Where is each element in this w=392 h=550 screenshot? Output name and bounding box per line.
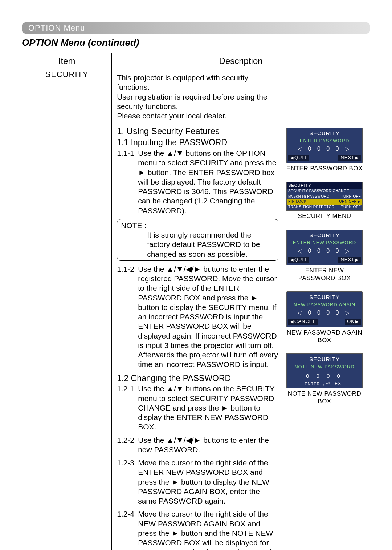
osd-note-new-password-caption: NOTE NEW PASSWORD BOX — [286, 390, 363, 405]
osd-new-password-again-caption: NEW PASSWORD AGAIN BOX — [286, 329, 363, 344]
step-1-2-2-no: 1.2-2 — [117, 436, 134, 445]
osd-enter-new-password-caption: ENTER NEW PASSWORD BOX — [286, 267, 363, 282]
osd-security-menu-caption: SECURITY MENU — [286, 212, 363, 220]
osd-new-password-again: SECURITY NEW PASSWORD AGAIN ◁ 0 0 0 0 ▷ … — [286, 291, 363, 344]
step-1-1-1: 1.1-1 Use the ▲/▼ buttons on the OPTION … — [117, 149, 278, 215]
osd-new-password-again-sub: NEW PASSWORD AGAIN — [288, 302, 361, 309]
osd-note-new-password: SECURITY NOTE NEW PASSWORD 0 0 0 0 ENTER… — [286, 353, 363, 405]
step-1-1-1-body: Use the ▲/▼ buttons on the OPTION menu t… — [117, 149, 278, 215]
step-1-1-1-no: 1.1-1 — [117, 149, 134, 158]
osd-enter-new-password-digits: ◁ 0 0 0 0 ▷ — [288, 247, 361, 255]
osd-enter-password-next: NEXT — [338, 155, 361, 161]
section-1-2-heading: 1.2 Changing the PASSWORD — [117, 373, 278, 384]
osd-enter-new-password: SECURITY ENTER NEW PASSWORD ◁ 0 0 0 0 ▷ … — [286, 230, 363, 282]
step-1-2-1-body: Use the ▲/▼ buttons on the SECURITY menu… — [117, 384, 278, 432]
osd-enter-password-title: SECURITY — [288, 129, 361, 138]
osd-note-new-password-digits: 0 0 0 0 — [288, 371, 361, 381]
breadcrumb: OPTION Menu — [22, 22, 370, 34]
osd-note-new-password-sub: NOTE NEW PASSWORD — [288, 364, 361, 371]
step-1-2-4-body: Move the cursor to the right side of the… — [117, 509, 278, 550]
col-header-desc: Description — [112, 53, 370, 69]
osd-new-password-again-digits: ◁ 0 0 0 0 ▷ — [288, 309, 361, 316]
osd-enter-new-password-next: NEXT — [338, 257, 361, 263]
step-1-2-3-no: 1.2-3 — [117, 458, 134, 468]
osd-enter-new-password-quit: QUIT — [288, 257, 309, 263]
step-1-1-2-body: Use the ▲/▼/◀/► buttons to enter the reg… — [117, 264, 278, 369]
breadcrumb-text: OPTION Menu — [28, 23, 85, 32]
osd-enter-password: SECURITY ENTER PASSWORD ◁ 0 0 0 0 ▷ QUIT… — [286, 128, 363, 173]
osd-security-menu-title: SECURITY — [287, 182, 362, 189]
desc-cell: This projector is equipped with security… — [112, 69, 370, 550]
osd-note-new-password-title: SECURITY — [288, 355, 361, 364]
osd-new-password-again-ok: OK — [345, 319, 361, 324]
osd-enter-password-sub: ENTER PASSWORD — [288, 138, 361, 145]
osd-security-menu-row-3: TRANSITION DETECTORTURN OFF — [287, 205, 362, 210]
step-1-2-1-no: 1.2-1 — [117, 384, 134, 393]
osd-security-menu-row-2: PIN LOCKTURN OFF ▶ — [287, 199, 362, 205]
osd-enter-new-password-title: SECURITY — [288, 231, 361, 240]
section-1-heading: 1. Using Security Features — [117, 126, 278, 137]
osd-enter-password-caption: ENTER PASSWORD BOX — [286, 165, 363, 172]
note-1: NOTE : It is strongly recommended the fa… — [117, 219, 278, 261]
step-1-1-2: 1.1-2 Use the ▲/▼/◀/► buttons to enter t… — [117, 264, 278, 369]
step-1-2-3: 1.2-3 Move the cursor to the right side … — [117, 458, 278, 506]
col-header-item: Item — [22, 53, 112, 69]
intro-text: This projector is equipped with security… — [117, 73, 278, 121]
osd-enter-password-digits: ◁ 0 0 0 0 ▷ — [288, 145, 361, 153]
osd-security-menu-row-1: MyScreen PASSWORDTURN OFF — [287, 194, 362, 199]
step-1-2-2: 1.2-2 Use the ▲/▼/◀/► buttons to enter t… — [117, 436, 278, 455]
osd-enter-new-password-sub: ENTER NEW PASSWORD — [288, 239, 361, 247]
step-1-1-2-no: 1.1-2 — [117, 264, 134, 274]
step-1-2-4-no: 1.2-4 — [117, 509, 134, 519]
item-cell-security: SECURITY — [22, 69, 112, 550]
note-1-label: NOTE : — [121, 221, 146, 230]
option-table: Item Description SECURITY This projector… — [22, 53, 370, 550]
osd-new-password-again-cancel: CANCEL — [288, 319, 318, 324]
osd-security-menu: SECURITY SECURITY PASSWORD CHANGE MyScre… — [286, 182, 363, 220]
step-1-2-2-body: Use the ▲/▼/◀/► buttons to enter the new… — [117, 436, 278, 455]
section-1-1-heading: 1.1 Inputting the PASSWORD — [117, 137, 278, 148]
step-1-2-3-body: Move the cursor to the right side of the… — [117, 458, 278, 506]
page-title: OPTION Menu (continued) — [22, 37, 370, 48]
osd-note-new-password-exit: ENTER, ⏎ : EXIT — [288, 381, 361, 387]
step-1-2-4: 1.2-4 Move the cursor to the right side … — [117, 509, 278, 550]
osd-new-password-again-title: SECURITY — [288, 293, 361, 302]
osd-security-menu-row-0: SECURITY PASSWORD CHANGE — [287, 189, 362, 194]
note-1-body: It is strongly recommended the factory d… — [121, 230, 274, 259]
step-1-2-1: 1.2-1 Use the ▲/▼ buttons on the SECURIT… — [117, 384, 278, 432]
osd-enter-password-quit: QUIT — [288, 155, 309, 161]
